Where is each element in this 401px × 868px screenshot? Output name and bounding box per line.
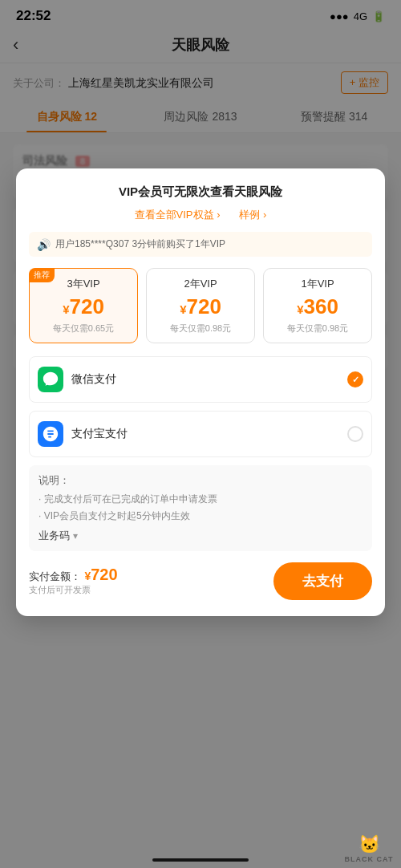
pay-button[interactable]: 去支付: [273, 562, 372, 600]
business-code-row[interactable]: 业务码 ▾: [38, 529, 363, 543]
alipay-payment-label: 支付宝支付: [71, 427, 347, 441]
plan-1year-daily: 每天仅需0.98元: [270, 322, 365, 335]
watermark-text: BLACK CAT: [345, 855, 394, 863]
plan-1year[interactable]: 1年VIP ¥360 每天仅需0.98元: [263, 268, 372, 343]
vip-plans-row: 推荐 3年VIP ¥720 每天仅需0.65元 2年VIP ¥720 每天仅需0…: [29, 268, 372, 343]
watermark: 🐱 BLACK CAT: [337, 829, 401, 868]
pay-invoice-note: 支付后可开发票: [29, 584, 118, 596]
recommended-badge: 推荐: [29, 268, 55, 282]
plan-2year-price: ¥720: [153, 294, 248, 319]
alipay-payment[interactable]: 支付宝支付: [29, 411, 372, 457]
ticker-text: 用户185****Q307 3分钟前购买了1年VIP: [55, 237, 225, 251]
ticker-notice: 🔊 用户185****Q307 3分钟前购买了1年VIP: [29, 232, 372, 257]
notes-section: 说明： · 完成支付后可在已完成的订单中申请发票 · VIP会员自支付之时起5分…: [29, 465, 372, 551]
wechat-payment-label: 微信支付: [71, 372, 347, 387]
note-item-1: · 完成支付后可在已完成的订单中申请发票: [38, 491, 363, 507]
alipay-radio[interactable]: [347, 426, 363, 442]
plan-1year-price: ¥360: [270, 294, 365, 319]
vip-benefits-link[interactable]: 查看全部VIP权益 ›: [135, 208, 221, 222]
pay-amount-block: 实付金额： ¥720 支付后可开发票: [29, 566, 118, 596]
pay-amount-label: 实付金额：: [29, 570, 81, 582]
plan-1year-type: 1年VIP: [270, 277, 365, 291]
wechat-radio[interactable]: [347, 371, 363, 387]
vip-links-row: 查看全部VIP权益 › 样例 ›: [29, 208, 372, 222]
plan-2year-type: 2年VIP: [153, 277, 248, 291]
plan-3year-price: ¥720: [36, 294, 131, 319]
pay-amount-row: 实付金额： ¥720: [29, 566, 118, 584]
vip-modal: VIP会员可无限次查看天眼风险 查看全部VIP权益 › 样例 › 🔊 用户185…: [16, 168, 385, 616]
cat-icon: 🐱: [358, 834, 380, 855]
plan-2year[interactable]: 2年VIP ¥720 每天仅需0.98元: [146, 268, 255, 343]
notes-title: 说明：: [38, 473, 363, 488]
business-code-label: 业务码: [38, 529, 70, 543]
modal-title: VIP会员可无限次查看天眼风险: [29, 185, 372, 200]
business-code-arrow: ▾: [73, 530, 78, 541]
pay-amount-value: ¥720: [84, 566, 117, 583]
wechat-icon: [38, 367, 63, 392]
plan-3year-daily: 每天仅需0.65元: [36, 322, 131, 335]
wechat-payment[interactable]: 微信支付: [29, 356, 372, 403]
alipay-icon: [38, 421, 63, 447]
plan-2year-daily: 每天仅需0.98元: [153, 322, 248, 335]
ticker-icon: 🔊: [37, 238, 51, 251]
plan-3year[interactable]: 推荐 3年VIP ¥720 每天仅需0.65元: [29, 268, 138, 343]
note-item-2: · VIP会员自支付之时起5分钟内生效: [38, 508, 363, 524]
vip-example-link[interactable]: 样例 ›: [239, 208, 266, 222]
pay-footer: 实付金额： ¥720 支付后可开发票 去支付: [29, 562, 372, 600]
